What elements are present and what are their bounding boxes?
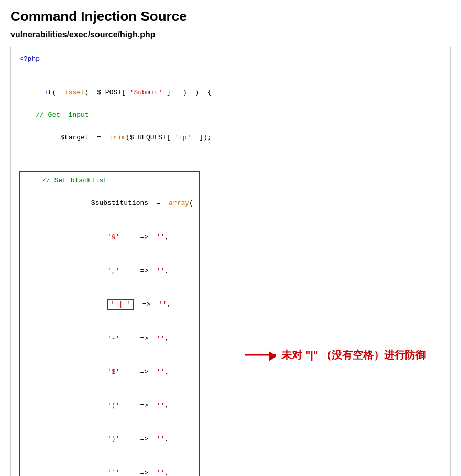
php-open-tag: <?php	[19, 53, 442, 64]
code-target-assign: $target = trim($_REQUEST[ 'ip' ]);	[19, 121, 442, 155]
subtitle: vulnerabilities/exec/source/high.php	[10, 30, 451, 39]
code-if-isset: if( isset( $_POST[ 'Submit' ] ) ) {	[19, 76, 442, 110]
blacklist-section: // Set blacklist $substitutions = array(…	[19, 169, 442, 476]
code-block: <?php if( isset( $_POST[ 'Submit' ] ) ) …	[10, 47, 451, 476]
substitutions-var: $substitutions = array(	[26, 187, 193, 220]
annotation-area: 未对 "|" （没有空格）进行防御	[245, 347, 426, 364]
annotation-text: 未对 "|" （没有空格）进行防御	[281, 347, 426, 364]
pipe-entry: ' | ' => '',	[26, 288, 193, 321]
code-comment-input: // Get input	[19, 110, 442, 121]
blacklist-comment: // Set blacklist	[26, 175, 193, 186]
page-title: Command Injection Source	[10, 8, 451, 25]
annotation-arrow	[245, 354, 276, 356]
